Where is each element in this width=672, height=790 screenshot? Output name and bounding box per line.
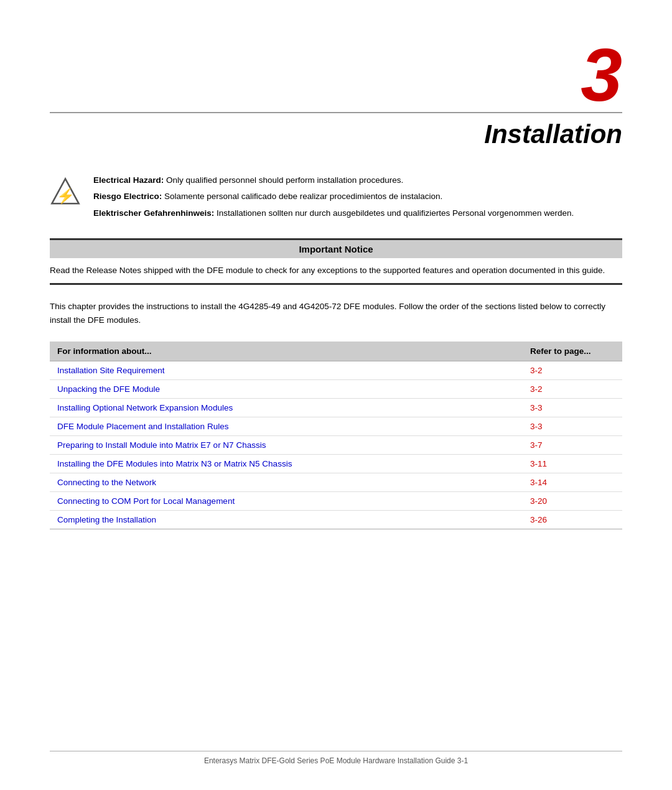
chapter-number: 3 (50, 37, 622, 112)
important-notice-text: Read the Release Notes shipped with the … (50, 258, 622, 283)
electrical-hazard-text: Only qualified personnel should perform … (164, 175, 403, 185)
riesgo-label: Riesgo Electrico: (93, 192, 162, 201)
toc-page-cell: 3-11 (523, 455, 622, 473)
chapter-title: Installation (50, 119, 622, 149)
toc-page-cell: 3-3 (523, 399, 622, 417)
toc-topic-cell[interactable]: Completing the Installation (50, 511, 523, 529)
toc-page-cell: 3-20 (523, 492, 622, 511)
toc-topic-cell[interactable]: Connecting to COM Port for Local Managem… (50, 492, 523, 511)
elektrischer-line: Elektrischer Gefahrenhinweis: Installati… (93, 207, 574, 220)
electrical-hazard-label: Electrical Hazard: (93, 175, 164, 185)
toc-topic-cell[interactable]: Installing the DFE Modules into Matrix N… (50, 455, 523, 473)
toc-topic-cell[interactable]: Preparing to Install Module into Matrix … (50, 436, 523, 455)
intro-paragraph: This chapter provides the instructions t… (50, 300, 622, 327)
footer: Enterasys Matrix DFE-Gold Series PoE Mod… (50, 751, 622, 765)
toc-page-cell: 3-14 (523, 473, 622, 492)
chapter-divider (50, 112, 622, 113)
toc-topic-cell[interactable]: Installing Optional Network Expansion Mo… (50, 399, 523, 417)
warning-text: Electrical Hazard: Only qualified person… (93, 174, 574, 220)
elektrischer-text: Installationen sollten nur durch ausgebi… (214, 208, 574, 218)
toc-col1-header: For information about... (50, 342, 523, 361)
toc-row: DFE Module Placement and Installation Ru… (50, 417, 622, 436)
toc-page-cell: 3-7 (523, 436, 622, 455)
warning-icon: ⚡ (50, 177, 81, 208)
toc-row: Connecting to the Network3-14 (50, 473, 622, 492)
toc-topic-cell[interactable]: Unpacking the DFE Module (50, 380, 523, 399)
toc-row: Completing the Installation3-26 (50, 511, 622, 529)
toc-page-cell: 3-3 (523, 417, 622, 436)
riesgo-text: Solamente personal calificado debe reali… (162, 192, 442, 201)
important-notice-header: Important Notice (50, 240, 622, 258)
elektrischer-label: Elektrischer Gefahrenhinweis: (93, 208, 214, 218)
toc-row: Preparing to Install Module into Matrix … (50, 436, 622, 455)
electrical-hazard-line: Electrical Hazard: Only qualified person… (93, 174, 574, 187)
page: 3 Installation ⚡ Electrical Hazard: Only… (0, 0, 672, 790)
toc-row: Installing Optional Network Expansion Mo… (50, 399, 622, 417)
svg-text:⚡: ⚡ (57, 187, 75, 205)
toc-row: Connecting to COM Port for Local Managem… (50, 492, 622, 511)
toc-col2-header: Refer to page... (523, 342, 622, 361)
important-notice-box: Important Notice Read the Release Notes … (50, 238, 622, 285)
toc-topic-cell[interactable]: Connecting to the Network (50, 473, 523, 492)
toc-page-cell: 3-2 (523, 380, 622, 399)
toc-page-cell: 3-26 (523, 511, 622, 529)
toc-row: Unpacking the DFE Module3-2 (50, 380, 622, 399)
toc-topic-cell[interactable]: DFE Module Placement and Installation Ru… (50, 417, 523, 436)
warning-box: ⚡ Electrical Hazard: Only qualified pers… (50, 174, 622, 220)
toc-topic-cell[interactable]: Installation Site Requirement (50, 361, 523, 380)
toc-table: For information about... Refer to page..… (50, 342, 622, 529)
riesgo-line: Riesgo Electrico: Solamente personal cal… (93, 190, 574, 203)
toc-row: Installation Site Requirement3-2 (50, 361, 622, 380)
toc-header-row: For information about... Refer to page..… (50, 342, 622, 361)
toc-page-cell: 3-2 (523, 361, 622, 380)
toc-row: Installing the DFE Modules into Matrix N… (50, 455, 622, 473)
